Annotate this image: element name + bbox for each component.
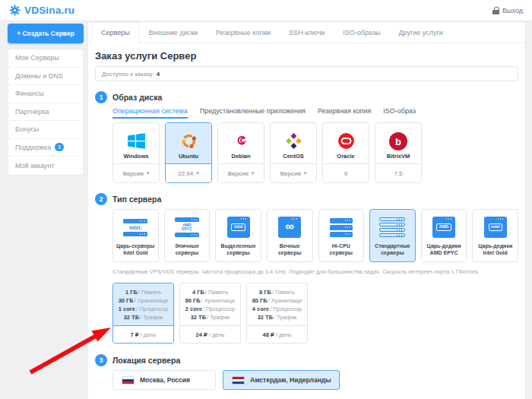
type-card-standard-servers[interactable]: Стандартные серверы — [369, 209, 416, 262]
oracle-icon — [337, 131, 356, 150]
os-card-debian[interactable]: Debian Версия ▾ — [217, 122, 264, 183]
debian-icon — [232, 131, 251, 150]
gear-icon — [9, 5, 21, 16]
debian-version-select[interactable]: Версия ▾ — [218, 163, 264, 182]
server-type-cards: intel. Царь-серверы Intel Gold AMD EPYC … — [112, 209, 518, 262]
os-card-bitrixvm[interactable]: b BitrixVM 7.5 — [375, 122, 422, 183]
sidebar-item-domains-dns[interactable]: Домены и DNS — [8, 68, 83, 86]
ubuntu-icon — [179, 131, 198, 150]
sidebar-item-partner[interactable]: Партнёрка — [8, 103, 83, 122]
intel-servers-icon: intel. — [122, 216, 148, 239]
logout-button[interactable]: Выход — [492, 7, 523, 14]
centos-version-select[interactable]: Версия ▾ — [271, 163, 316, 182]
available-orders-label: Доступно к заказу: — [102, 71, 154, 78]
section-disk-image: 1 Образ диска Операционная система Преду… — [95, 91, 518, 183]
infinity-icon: ∞ — [277, 216, 302, 239]
section-location: 3 Локация сервера Москва, Россия — [95, 354, 518, 390]
server-stack-icon — [328, 216, 354, 239]
type-card-tsar-intel-gold[interactable]: intel. Царь-серверы Intel Gold — [112, 209, 159, 262]
centos-icon — [284, 131, 303, 150]
ubuntu-version-select[interactable]: 22.04 ▾ — [166, 163, 211, 182]
windows-icon — [127, 131, 146, 150]
location-cards: Москва, Россия Амстердам, Нидерланды — [112, 370, 518, 390]
netherlands-flag-icon — [232, 376, 245, 385]
plan-card-4gb[interactable]: 4 ГБ/ Память 60 ГБ/ Хранилище 2 core/ Пр… — [179, 283, 241, 344]
type-card-hi-cpu-servers[interactable]: Hi-CPU серверы — [318, 209, 365, 262]
type-card-tsar-dediki-intel[interactable]: intel Царь-дедики Intel Gold — [472, 209, 518, 262]
logo[interactable]: VDSina.ru — [9, 5, 74, 16]
type-card-tsar-dediki-amd[interactable]: AMD Царь-дедики AMD EPYC — [421, 209, 467, 262]
russia-flag-icon — [122, 376, 135, 385]
tab-iso-image[interactable]: ISO-образ — [383, 107, 416, 119]
bitrixvm-version[interactable]: 7.5 — [375, 163, 421, 182]
tab-servers[interactable]: Серверы — [91, 22, 140, 43]
amd-dedicated-icon: AMD — [431, 216, 457, 239]
sidebar-item-my-account[interactable]: Мой аккаунт — [8, 157, 83, 175]
main-panel: Серверы Внешние диски Резервные копии SS… — [87, 21, 526, 399]
lock-icon — [492, 7, 499, 14]
plan-2-price: 24 ₽/ день — [180, 325, 240, 343]
step-3-circle: 3 — [95, 354, 107, 366]
section-location-title: Локация сервера — [112, 356, 180, 365]
tab-other-services[interactable]: Другие услуги — [390, 22, 452, 43]
disk-image-tabs: Операционная система Предустановленные п… — [112, 107, 518, 119]
chevron-down-icon: ▾ — [196, 170, 199, 176]
tab-backups[interactable]: Резервные копии — [207, 22, 280, 43]
sidebar-item-my-servers[interactable]: Мои Серверы — [8, 49, 83, 68]
sidebar-item-support[interactable]: Поддержка 3 — [8, 139, 83, 157]
section-type-title: Тип сервера — [112, 195, 161, 204]
nav-tabs: Серверы Внешние диски Резервные копии SS… — [88, 22, 525, 43]
sidebar-item-bonuses[interactable]: Бонусы — [8, 121, 83, 139]
page-title: Заказ услуги Сервер — [95, 50, 518, 62]
os-card-oracle[interactable]: Oracle 9 — [322, 122, 369, 183]
plan-card-8gb[interactable]: 8 ГБ/ Память 80 ГБ/ Хранилище 4 core/ Пр… — [246, 283, 308, 344]
support-count-badge: 3 — [55, 143, 64, 151]
plan-1-price: 7 ₽/ день — [113, 325, 173, 343]
sidebar-item-finance[interactable]: Финансы — [8, 85, 83, 103]
logout-label: Выход — [502, 7, 523, 14]
chevron-down-icon: ▾ — [252, 170, 255, 176]
available-orders-box: Доступно к заказу: 4 — [95, 66, 518, 81]
section-server-type: 2 Тип сервера intel. Царь-серверы Intel … — [95, 193, 518, 344]
tab-backup-copy[interactable]: Резервная копия — [318, 107, 371, 119]
tab-iso-images[interactable]: ISO-образы — [334, 22, 389, 43]
plan-cards: 1 ГБ/ Память 30 ГБ/ Хранилище 1 core/ Пр… — [112, 283, 518, 344]
type-card-epic-servers[interactable]: AMD EPYC Эпичные серверы — [164, 209, 211, 262]
server-type-description: Стандартные VPS/VDS серверы. Частота про… — [112, 268, 518, 275]
step-2-circle: 2 — [95, 193, 107, 205]
windows-version-select[interactable]: Версия ▾ — [113, 163, 159, 182]
amd-epyc-servers-icon: AMD EPYC — [174, 216, 200, 239]
intel-chip-icon: intel — [226, 216, 252, 239]
plan-3-price: 48 ₽/ день — [247, 325, 307, 343]
oracle-version[interactable]: 9 — [323, 163, 369, 182]
chevron-down-icon: ▾ — [147, 170, 150, 176]
location-card-moscow[interactable]: Москва, Россия — [112, 370, 216, 390]
type-card-eternal-servers[interactable]: ∞ Вечные серверы — [267, 209, 313, 262]
tab-preinstalled-apps[interactable]: Предустановленные приложения — [200, 107, 306, 119]
top-bar: VDSina.ru Выход — [0, 0, 532, 21]
os-card-centos[interactable]: CentOS Версия ▾ — [270, 122, 317, 183]
sidebar-menu: Мои Серверы Домены и DNS Финансы Партнёр… — [8, 49, 84, 176]
os-card-ubuntu[interactable]: Ubuntu 22.04 ▾ — [165, 122, 212, 183]
tab-operating-system[interactable]: Операционная система — [112, 107, 188, 119]
tab-external-disks[interactable]: Внешние диски — [140, 22, 207, 43]
sidebar: + Создать Сервер Мои Серверы Домены и DN… — [8, 24, 84, 176]
type-card-dedicated-servers[interactable]: intel Выделенные серверы — [215, 209, 261, 262]
intel-dedicated-icon: intel — [483, 216, 508, 239]
create-server-button[interactable]: + Создать Сервер — [8, 24, 84, 43]
location-card-amsterdam[interactable]: Амстердам, Нидерланды — [223, 370, 340, 390]
logo-text: VDSina.ru — [24, 5, 74, 16]
chevron-down-icon: ▾ — [304, 170, 307, 176]
tab-ssh-keys[interactable]: SSH-ключи — [280, 22, 334, 43]
os-cards: Windows Версия ▾ — [112, 122, 518, 183]
os-card-windows[interactable]: Windows Версия ▾ — [112, 122, 160, 183]
server-rack-outline-icon — [379, 216, 405, 239]
bitrixvm-icon: b — [389, 132, 407, 150]
plan-card-1gb[interactable]: 1 ГБ/ Память 30 ГБ/ Хранилище 1 core/ Пр… — [112, 283, 174, 344]
available-orders-value: 4 — [157, 71, 160, 78]
section-disk-title: Образ диска — [112, 93, 162, 102]
step-1-circle: 1 — [95, 91, 107, 103]
